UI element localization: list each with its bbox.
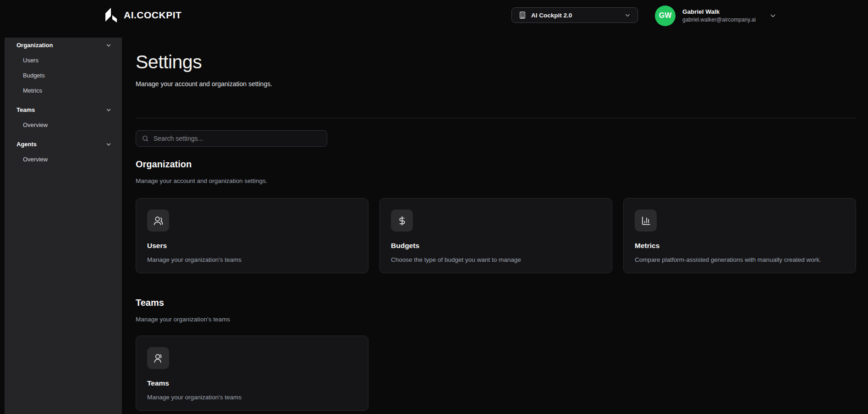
card-title: Teams <box>147 379 357 387</box>
card-description: Manage your organization's teams <box>147 256 357 263</box>
teams-card-grid: Teams Manage your organization's teams <box>136 336 856 411</box>
sidebar: Organization Users Budgets Metrics Teams… <box>5 38 122 414</box>
chevron-down-icon <box>105 107 112 113</box>
sidebar-group-label: Organization <box>16 42 53 49</box>
card-users[interactable]: Users Manage your organization's teams <box>136 198 368 273</box>
user-name: Gabriel Walk <box>682 7 756 17</box>
sidebar-group-label: Agents <box>16 141 37 148</box>
card-budgets[interactable]: Budgets Choose the type of budget you wa… <box>379 198 612 273</box>
sidebar-item-metrics[interactable]: Metrics <box>5 83 122 98</box>
sidebar-item-agents-overview[interactable]: Overview <box>5 152 122 167</box>
main-content: Settings Manage your account and organiz… <box>122 38 868 414</box>
chevron-down-icon <box>105 141 112 148</box>
chevron-down-icon <box>769 12 777 20</box>
card-title: Budgets <box>391 242 601 250</box>
sidebar-group-agents[interactable]: Agents <box>5 137 122 152</box>
sidebar-item-budgets[interactable]: Budgets <box>5 68 122 83</box>
sidebar-item-teams-overview[interactable]: Overview <box>5 117 122 132</box>
organization-card-grid: Users Manage your organization's teams B… <box>136 198 856 273</box>
project-selector-dropdown[interactable]: AI Cockpit 2.0 <box>511 7 638 23</box>
search-icon <box>142 135 149 142</box>
avatar-initials: GW <box>659 11 672 20</box>
section-description: Manage your organization's teams <box>136 316 856 323</box>
card-description: Manage your organization's teams <box>147 394 357 401</box>
card-description: Compare platform-assisted generations wi… <box>635 256 845 263</box>
search-input[interactable] <box>154 135 321 142</box>
settings-page: AI.COCKPIT AI Cockpit 2.0 GW Gabriel Wal… <box>0 0 868 414</box>
dollar-icon <box>391 210 413 232</box>
card-title: Users <box>147 242 357 250</box>
page-title: Settings <box>136 51 856 73</box>
user-email: gabriel.walker@aircompany.ai <box>682 17 756 24</box>
divider <box>136 118 856 118</box>
card-teams[interactable]: Teams Manage your organization's teams <box>136 336 368 411</box>
search-box <box>136 130 327 147</box>
sidebar-item-users[interactable]: Users <box>5 53 122 68</box>
card-description: Choose the type of budget you want to ma… <box>391 256 601 263</box>
logo-icon <box>104 7 118 23</box>
card-metrics[interactable]: Metrics Compare platform-assisted genera… <box>623 198 856 273</box>
logo-text: AI.COCKPIT <box>124 10 181 21</box>
project-selector-label: AI Cockpit 2.0 <box>531 12 620 19</box>
sidebar-group-organization[interactable]: Organization <box>5 38 122 53</box>
user-menu[interactable]: GW Gabriel Walk gabriel.walker@aircompan… <box>655 5 777 26</box>
section-heading-teams: Teams <box>136 298 856 308</box>
bar-chart-icon <box>635 210 657 232</box>
building-icon <box>518 11 527 19</box>
sidebar-group-label: Teams <box>16 106 35 113</box>
sidebar-group-teams[interactable]: Teams <box>5 102 122 117</box>
page-subtitle: Manage your account and organization set… <box>136 80 856 88</box>
team-icon <box>147 347 169 369</box>
card-title: Metrics <box>635 242 845 250</box>
users-icon <box>147 210 169 232</box>
avatar: GW <box>655 6 676 26</box>
top-header: AI.COCKPIT AI Cockpit 2.0 GW Gabriel Wal… <box>0 0 868 38</box>
app-logo[interactable]: AI.COCKPIT <box>104 5 181 25</box>
section-description: Manage your account and organization set… <box>136 177 856 184</box>
user-info: Gabriel Walk gabriel.walker@aircompany.a… <box>682 7 756 23</box>
chevron-down-icon <box>105 42 112 49</box>
chevron-down-icon <box>624 12 631 19</box>
section-heading-organization: Organization <box>136 159 856 170</box>
